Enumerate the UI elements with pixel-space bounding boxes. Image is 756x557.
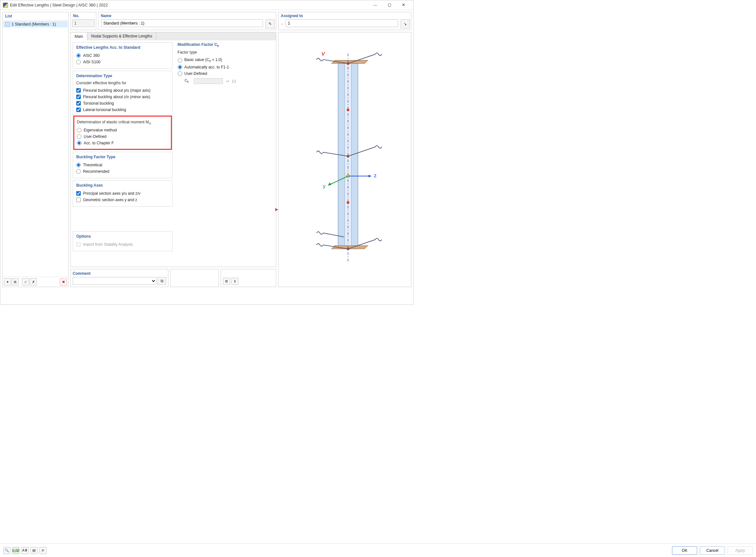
opt-cb-user[interactable]: User-Defined xyxy=(178,70,271,77)
section-effective-lengths: Effective Lengths Acc. to Standard AISC … xyxy=(73,42,172,69)
det-subhead: Consider effective lengths for xyxy=(76,81,169,85)
section-determination: Determination Type Consider effective le… xyxy=(73,71,172,150)
mcr-highlight: Determination of elastic critical moment… xyxy=(73,116,172,150)
preview-viewport[interactable]: z y v ➤ xyxy=(279,32,411,287)
no-label: No. xyxy=(71,12,96,19)
chk-torsional[interactable]: Torsional buckling xyxy=(76,100,169,107)
view-info-button[interactable]: ℹ xyxy=(231,278,239,285)
tab-nodal[interactable]: Nodal Supports & Effective Lengths xyxy=(87,32,157,40)
edit-name-button[interactable]: ✎ xyxy=(265,19,275,28)
cb-title: Modification Factor Cb xyxy=(178,42,271,48)
opt-cb-basic[interactable]: Basic value (Cb = 1.0) xyxy=(178,57,271,64)
svg-point-8 xyxy=(347,201,349,204)
column-right: Modification Factor Cb Factor type Basic… xyxy=(174,42,274,265)
aux-box-2: ⚙ ℹ xyxy=(221,269,276,287)
chk-import-stability: Import from Stability Analysis xyxy=(76,241,169,248)
spinner-icon: ▴▾ xyxy=(225,80,230,83)
new-button[interactable]: ✦ xyxy=(4,278,11,286)
axes-title: Buckling Axes xyxy=(76,183,169,187)
chk-geometric-axes[interactable]: Geometric section axes y and z xyxy=(76,197,169,203)
section-cb: Modification Factor Cb Factor type Basic… xyxy=(174,42,274,87)
comment-box: Comment ⧉ xyxy=(71,269,168,287)
preview-panel: z y v ➤ xyxy=(278,32,411,287)
preview-svg: z y v xyxy=(279,32,411,287)
opt-aisis100[interactable]: AISI S100 xyxy=(76,59,169,65)
maximize-button[interactable]: ▢ xyxy=(382,1,396,10)
cb-input xyxy=(194,78,223,84)
comment-pick-button[interactable]: ⧉ xyxy=(158,277,166,285)
list-item[interactable]: 1 Standard (Members : 1) xyxy=(3,21,67,27)
cb-subhead: Factor type xyxy=(178,50,271,55)
det-title: Determination Type xyxy=(76,74,169,78)
column-left: Effective Lengths Acc. to Standard AISC … xyxy=(73,42,172,265)
view-settings-button[interactable]: ⚙ xyxy=(223,278,230,285)
mcr-label: Determination of elastic critical moment… xyxy=(77,120,168,125)
cb-unit: [-] xyxy=(233,79,236,83)
opt-theoretical[interactable]: Theoretical xyxy=(76,162,169,168)
svg-marker-12 xyxy=(369,175,371,177)
svg-point-6 xyxy=(347,109,349,111)
svg-text:v: v xyxy=(321,50,325,57)
opt-aisc360[interactable]: AISC 360 xyxy=(76,52,169,59)
comment-input[interactable] xyxy=(73,277,157,285)
minimize-button[interactable]: — xyxy=(368,1,382,10)
list-panel: List 1 Standard (Members : 1) ✦ ⧉ ✓ ✗ ✖ xyxy=(2,12,68,287)
chk-principal-axes[interactable]: Principal section axes y/u and z/v xyxy=(76,190,169,197)
tabs: Main Nodal Supports & Effective Lengths xyxy=(71,32,276,40)
svg-text:y: y xyxy=(323,183,326,189)
opt-recommended[interactable]: Recommended xyxy=(76,168,169,175)
delete-button[interactable]: ✖ xyxy=(60,278,67,286)
aux-box-1 xyxy=(170,269,219,287)
pick-button[interactable]: ↘ xyxy=(401,19,410,28)
eff-title: Effective Lengths Acc. to Standard xyxy=(76,45,169,50)
name-input[interactable] xyxy=(101,19,263,27)
assigned-input[interactable] xyxy=(286,19,398,27)
assigned-label: Assigned to xyxy=(279,12,411,19)
chk-flex-major[interactable]: Flexural buckling about y/u (major axis) xyxy=(76,87,169,94)
check-on-button[interactable]: ✓ xyxy=(22,278,29,286)
title-bar: Edit Effective Lengths | Steel Design | … xyxy=(0,0,413,10)
copy-button[interactable]: ⧉ xyxy=(11,278,19,286)
section-buckling-factor: Buckling Factor Type Theoretical Recomme… xyxy=(73,152,172,178)
no-field: No. xyxy=(71,12,96,30)
cb-value-field: Cb ▴▾ [-] xyxy=(178,78,271,84)
app-icon xyxy=(3,3,8,8)
name-label: Name xyxy=(99,12,276,19)
svg-text:z: z xyxy=(374,172,376,178)
chk-flex-minor[interactable]: Flexural buckling about z/v (minor axis) xyxy=(76,94,169,100)
bft-title: Buckling Factor Type xyxy=(76,155,169,159)
options-title: Options xyxy=(76,234,169,239)
assigned-field: Assigned to ⸜ ↘ xyxy=(278,12,411,30)
check-off-button[interactable]: ✗ xyxy=(30,278,37,286)
opt-eigenvalue[interactable]: Eigenvalue method xyxy=(77,127,168,134)
section-buckling-axes: Buckling Axes Principal section axes y/u… xyxy=(73,180,172,207)
no-input[interactable] xyxy=(72,19,95,27)
window-title: Edit Effective Lengths | Steel Design | … xyxy=(10,3,108,7)
opt-user-defined[interactable]: User-Defined xyxy=(77,134,168,140)
comment-title: Comment xyxy=(73,271,166,276)
close-button[interactable]: ✕ xyxy=(396,1,411,10)
list-item-label: 1 Standard (Members : 1) xyxy=(11,22,56,27)
tab-main[interactable]: Main xyxy=(71,33,87,41)
chk-ltb[interactable]: Lateral-torsional buckling xyxy=(76,107,169,113)
name-field: Name ✎ xyxy=(98,12,276,30)
list-header: List xyxy=(3,12,68,20)
assigned-icon: ⸜ xyxy=(280,19,283,28)
cursor-icon: ➤ xyxy=(274,207,279,212)
member-icon xyxy=(5,22,10,27)
section-options: Options Import from Stability Analysis xyxy=(73,231,172,251)
opt-chapter-f[interactable]: Acc. to Chapter F xyxy=(77,140,168,146)
opt-cb-auto[interactable]: Automatically acc. to F1-1 xyxy=(178,64,271,70)
list-toolbar: ✦ ⧉ ✓ ✗ ✖ xyxy=(3,277,68,287)
